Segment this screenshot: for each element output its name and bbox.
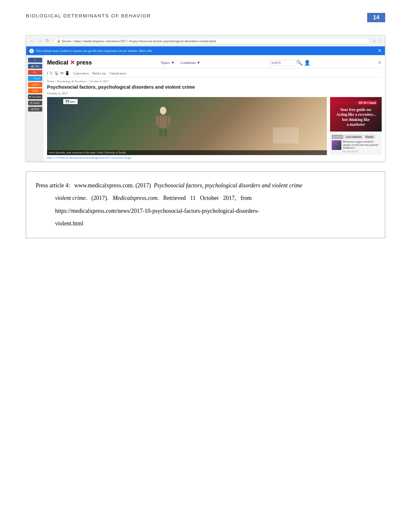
featured-section: Featured Last comments Popular Menopause… [330, 133, 382, 155]
search-icon[interactable]: 🔍 [296, 60, 303, 66]
reference-indent: violent crime. (2017). Medicalxpress.com… [36, 192, 375, 205]
reference-month: October [200, 195, 219, 201]
popular-tab[interactable]: Popular [364, 135, 375, 139]
image-caption: Javier Saavedra, main researcher of the … [47, 150, 327, 155]
reference-date: 11 [190, 195, 196, 201]
twitter-icon[interactable]: 𝕏 [50, 71, 53, 76]
save-label: Save [70, 100, 75, 103]
cookie-banner: i This website uses cookies to ensure yo… [26, 46, 385, 55]
last-comments-tab[interactable]: Last comments [345, 135, 363, 139]
reddit-button[interactable]: reddit [28, 88, 42, 93]
weeks-top-link[interactable]: Week's top [92, 72, 106, 75]
article-main: Medical ✕ press Topics ▼ Conditions ▼ 🔍 … [44, 55, 385, 161]
reference-retrieved: Retrieved [163, 195, 186, 201]
latest-news-link[interactable]: Latest news [73, 72, 89, 75]
reload-button[interactable]: ↻ [44, 37, 51, 44]
tagline-line1: Your free guide on: [333, 107, 378, 113]
close-icon[interactable]: ✕ [378, 60, 382, 65]
cookie-message: This website uses cookies to ensure you … [36, 49, 152, 53]
page-title: BIOLOGICAL DETERMINANTS OF BEHAVIOR [26, 13, 151, 18]
facebook-icon[interactable]: f [47, 71, 48, 76]
print-button[interactable]: 🖨 Print [28, 107, 42, 112]
reference-title-repeat-italic: violent crime [55, 195, 85, 201]
reference-url-line1: https://medicalxpress.com/news/2017-10-p… [36, 205, 375, 218]
oracle-logo-text: ORACLE [335, 100, 354, 105]
url-text: Secure | https://medicalxpress.com/news/… [62, 39, 216, 43]
browser-chrome: ← → ↻ 🔒 Secure | https://medicalxpress.c… [26, 35, 385, 46]
like-button[interactable]: 👍 Like [28, 64, 42, 69]
featured-text: Menopause triggers metabolic changes in … [343, 140, 380, 153]
page-header: BIOLOGICAL DETERMINANTS OF BEHAVIOR 14 [26, 13, 385, 22]
lock-icon: 🔒 [57, 39, 61, 43]
gplus-button[interactable]: G+ [28, 70, 42, 75]
submit-button[interactable]: submit [28, 82, 42, 87]
mobile-icon[interactable]: 📱 [65, 71, 70, 76]
reference-title-italic: Psychosocial factors, psychological diso… [154, 182, 302, 189]
svg-rect-2 [159, 128, 162, 136]
menu-icon[interactable]: ⋮ [378, 38, 382, 44]
oracle-tagline: Your free guide on: Acting like a recrui… [333, 107, 378, 127]
reference-author-year: (2017) [135, 182, 151, 189]
hcm-cloud-label: HCM Cloud [357, 101, 377, 105]
cookie-close-button[interactable]: ✕ [378, 48, 382, 54]
browser-nav-buttons: ← → ↻ [29, 37, 51, 44]
breadcrumb: Home > Psychology & Psychiatry > October… [47, 79, 382, 84]
tagline-line2: Acting like a recruiter... [333, 112, 378, 117]
share-button[interactable]: s [28, 58, 42, 63]
svg-rect-3 [164, 128, 167, 136]
save-icon: 💾 [65, 100, 69, 103]
tagline-line4: a marketer [333, 122, 378, 127]
featured-title: Menopause triggers metabolic changes in … [343, 140, 380, 150]
article-url-bottom: https://s-i7014d4.site.internapcdn.net/n… [47, 156, 382, 159]
reference-url-line2: violent.html [36, 217, 375, 230]
tagline-line3: but thinking like [333, 117, 378, 123]
logo-press: press [76, 59, 92, 66]
featured-tab[interactable]: Featured [332, 135, 343, 139]
oracle-ad: ORACLE | HCM Cloud Your free guide on: A… [330, 97, 382, 132]
image-person-silhouette [153, 106, 173, 138]
cookie-text: i This website uses cookies to ensure yo… [29, 49, 152, 53]
logo-medical: Medical [47, 59, 68, 66]
press-article-label: Press article 4: [36, 182, 70, 189]
featured-tabs: Featured Last comments Popular [332, 135, 380, 139]
article-image-area: 💾 Save Javier Saavedra, main rese [47, 97, 382, 155]
svg-point-0 [160, 107, 166, 114]
reference-from: from [240, 195, 252, 201]
oracle-logo: ORACLE | HCM Cloud [333, 100, 378, 105]
back-button[interactable]: ← [29, 38, 36, 44]
tweet-button[interactable]: 🐦 Tweet [28, 76, 42, 81]
nav-links: Latest news Week's top Unread news [73, 72, 126, 75]
favorites-button[interactable]: ★ Favorites [28, 94, 42, 99]
reference-period-year: (2017). [91, 195, 108, 201]
ad-sidebar: ORACLE | HCM Cloud Your free guide on: A… [330, 97, 382, 155]
browser-screenshot: ← → ↻ 🔒 Secure | https://medicalxpress.c… [26, 35, 385, 162]
user-icon[interactable]: 👤 [304, 60, 310, 66]
featured-thumbnail [332, 140, 341, 150]
site-header: Medical ✕ press Topics ▼ Conditions ▼ 🔍 … [47, 57, 382, 68]
email-button[interactable]: ✉ Email [28, 101, 42, 105]
article-title: Psychosocial factors, psychological diso… [47, 84, 382, 90]
featured-item: Menopause triggers metabolic changes in … [332, 140, 380, 153]
save-button[interactable]: 💾 Save [63, 99, 78, 104]
site-navigation: Topics ▼ Conditions ▼ [159, 60, 201, 65]
svg-rect-4 [156, 116, 159, 125]
site-subnav: f 𝕏 📡 ✉ 📱 Latest news Week's top Unread … [47, 70, 382, 77]
article-image: 💾 Save Javier Saavedra, main rese [47, 97, 327, 155]
search-input[interactable] [269, 60, 295, 65]
address-bar[interactable]: 🔒 Secure | https://medicalxpress.com/new… [53, 38, 370, 44]
nav-topics[interactable]: Topics ▼ [159, 60, 176, 65]
featured-meta: Oct 10, 2017 0 [343, 150, 380, 153]
info-icon: i [29, 49, 34, 53]
svg-rect-1 [159, 115, 167, 128]
unread-news-link[interactable]: Unread news [109, 72, 126, 75]
email-nav-icon[interactable]: ✉ [60, 71, 64, 76]
forward-button[interactable]: → [36, 38, 44, 44]
website-content: s 👍 Like G+ 🐦 Tweet submit reddit ★ Favo… [26, 55, 385, 161]
social-sidebar: s 👍 Like G+ 🐦 Tweet submit reddit ★ Favo… [26, 55, 44, 161]
site-search: 🔍 👤 [269, 60, 310, 66]
reference-year: 2017, [223, 195, 236, 201]
bookmark-icon[interactable]: ☆ [372, 38, 377, 44]
rss-icon[interactable]: 📡 [54, 71, 59, 76]
nav-conditions[interactable]: Conditions ▼ [179, 60, 201, 65]
browser-actions: ☆ ⋮ [372, 38, 382, 44]
